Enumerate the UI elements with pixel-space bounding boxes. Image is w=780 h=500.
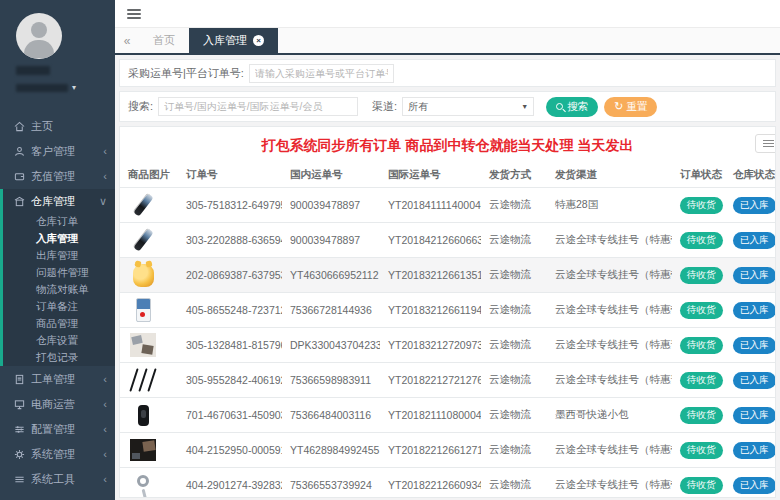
product-image[interactable] [128,295,158,325]
tab-home[interactable]: 首页 [139,28,189,53]
product-image[interactable] [128,470,158,498]
channel-cell: 特惠28国 [547,188,672,223]
hamburger-menu-icon[interactable] [127,7,141,21]
platform-cell: sho [775,468,776,499]
chevron-left-icon: ‹ [103,373,107,385]
ship-method-cell: 云途物流 [481,363,547,398]
sidebar-subitem[interactable]: 商品管理 [3,315,115,332]
table-row: 404-2901274-392832775366553739924YT20182… [120,468,776,499]
sidebar-menu: 主页客户管理‹充值管理‹仓库管理∨仓库订单入库管理出库管理问题件管理物流对账单订… [0,114,115,491]
select-caret-icon: ▼ [521,103,528,110]
user-profile[interactable]: ▾ [0,0,115,106]
sidebar-item-6[interactable]: 配置管理‹ [0,417,115,441]
order-status-badge: 待收货 [680,372,723,389]
reset-button[interactable]: ↻ 重置 [604,97,657,117]
ship-method-cell: 云途物流 [481,398,547,433]
intl-waybill-cell: YT2018211108000463 [380,398,481,433]
column-header: 国内运单号 [282,163,380,188]
purchase-waybill-input[interactable] [249,64,394,83]
chevron-left-icon: ‹ [103,423,107,435]
order-no-cell: 303-2202888-6365943 [178,223,282,258]
product-image[interactable] [128,435,158,465]
product-image[interactable] [128,260,158,290]
channel-cell: 云途全球专线挂号（特惠带电） [547,293,672,328]
order-status-badge: 待收货 [680,267,723,284]
sidebar-subitem[interactable]: 打包记录 [3,349,115,366]
order-status-badge: 待收货 [680,442,723,459]
channel-select[interactable]: 所有 ▼ [402,97,534,116]
table-row: 404-2152950-0005918YT4628984992455YT2018… [120,433,776,468]
user-icon [12,146,27,157]
channel-cell: 云途全球专线挂号（特惠普货） [547,328,672,363]
sidebar-item-label: 客户管理 [31,144,103,159]
sidebar: ▾ 主页客户管理‹充值管理‹仓库管理∨仓库订单入库管理出库管理问题件管理物流对账… [0,0,115,500]
columns-toggle-button[interactable] [755,134,776,153]
ship-method-cell: 云途物流 [481,328,547,363]
search-icon [556,103,563,110]
sidebar-item-7[interactable]: 系统管理‹ [0,442,115,466]
domestic-waybill-cell: 75366598983911 [282,363,380,398]
order-no-cell: 701-4670631-4509033 [178,398,282,433]
sidebar-subitem[interactable]: 订单备注 [3,298,115,315]
ship-method-cell: 云途物流 [481,223,547,258]
channel-cell: 墨西哥快递小包 [547,398,672,433]
notice-banner: 打包系统同步所有订单 商品到中转仓就能当天处理 当天发出 [120,127,775,163]
search-panel: 搜索: 渠道: 所有 ▼ 搜索 ↻ 重置 [119,91,776,122]
product-image[interactable] [128,400,158,430]
channel-cell: 云途全球专线挂号（特惠带电） [547,223,672,258]
close-icon[interactable]: × [253,35,264,46]
main-area: « 首页 入库管理 × 采购运单号|平台订单号: 搜索: 渠道: 所有 ▼ 搜索… [115,0,780,500]
reset-button-label: 重置 [626,100,647,114]
warehouse-status-badge: 已入库 [733,267,775,284]
sidebar-subitem[interactable]: 物流对账单 [3,281,115,298]
intl-waybill-cell: YT2018321272097384 [380,328,481,363]
platform-cell: sho [775,258,776,293]
search-input[interactable] [158,97,358,116]
product-image[interactable] [128,330,158,360]
sidebar-subitem[interactable]: 入库管理 [3,230,115,247]
orders-table: 商品图片订单号国内运单号国际运单号发货方式发货渠道订单状态仓库状态运营 305-… [120,163,776,498]
product-image[interactable] [128,190,158,220]
tools-icon [12,474,27,485]
sidebar-item-1[interactable]: 客户管理‹ [0,139,115,163]
tab-inbound-management[interactable]: 入库管理 × [189,28,278,53]
tab-home-label: 首页 [153,33,175,48]
ship-method-cell: 云途物流 [481,468,547,499]
order-status-badge: 待收货 [680,302,723,319]
chevron-left-icon: ‹ [103,145,107,157]
table-row: 701-4670631-450903375366484003116YT20182… [120,398,776,433]
sidebar-item-5[interactable]: 电商运营‹ [0,392,115,416]
sidebar-item-8[interactable]: 系统工具‹ [0,467,115,491]
sidebar-subitem[interactable]: 仓库设置 [3,332,115,349]
domestic-waybill-cell: YT4628984992455 [282,433,380,468]
sidebar-item-0[interactable]: 主页 [0,114,115,138]
sidebar-item-2[interactable]: 充值管理‹ [0,164,115,188]
domestic-waybill-cell: 75366553739924 [282,468,380,499]
platform-cell: sho [775,293,776,328]
sidebar-item-3[interactable]: 仓库管理∨ [3,189,115,213]
domestic-waybill-cell: 75366484003116 [282,398,380,433]
gear-icon [12,449,27,460]
warehouse-status-badge: 已入库 [733,477,775,494]
column-header: 订单状态 [672,163,725,188]
product-image[interactable] [128,225,158,255]
product-image[interactable] [128,365,158,395]
sidebar-subitem[interactable]: 仓库订单 [3,213,115,230]
sidebar-subitem[interactable]: 出库管理 [3,247,115,264]
table-row: 305-7518312-6497952900039478897YT2018411… [120,188,776,223]
table-row: 303-2202888-6365943900039478897YT2018421… [120,223,776,258]
platform-cell: sho [775,188,776,223]
order-no-cell: 305-1328481-8157960 [178,328,282,363]
ship-method-cell: 云途物流 [481,433,547,468]
ship-method-cell: 云途物流 [481,188,547,223]
table-row: 202-0869387-6379533YT4630666952112YT2018… [120,258,776,293]
top-bar [115,0,780,28]
order-no-cell: 404-2901274-3928327 [178,468,282,499]
order-status-badge: 待收货 [680,477,723,494]
intl-waybill-cell: YT2018321266135177 [380,258,481,293]
sidebar-subitem[interactable]: 问题件管理 [3,264,115,281]
sidebar-item-4[interactable]: 工单管理‹ [0,367,115,391]
search-button[interactable]: 搜索 [546,97,598,117]
avatar[interactable] [16,13,62,59]
tab-collapse-icon[interactable]: « [115,28,139,53]
